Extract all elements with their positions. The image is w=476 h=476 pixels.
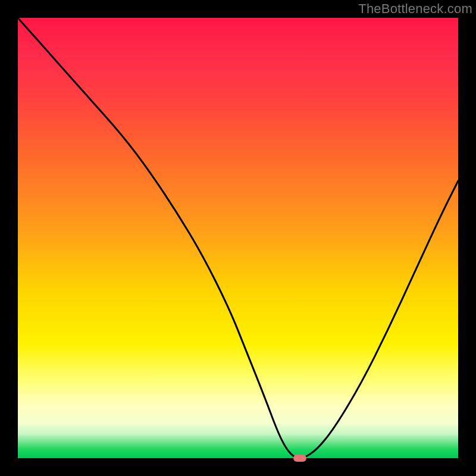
- chart-frame: TheBottleneck.com: [0, 0, 476, 476]
- optimal-marker-icon: [293, 455, 306, 462]
- plot-area: [18, 18, 458, 458]
- bottleneck-curve: [18, 18, 458, 458]
- watermark-text: TheBottleneck.com: [358, 1, 472, 17]
